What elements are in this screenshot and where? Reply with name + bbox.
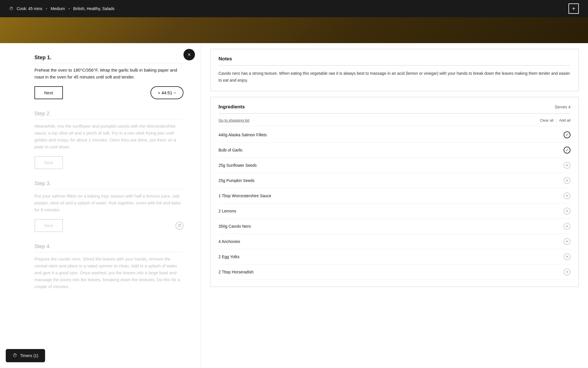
right-column: Notes Cavolo nero has a strong texture. …: [201, 43, 588, 368]
add-icon-3[interactable]: +: [564, 177, 570, 184]
step-4-block: Step 4. Prepare the cavolo nero. Shred t…: [34, 244, 183, 290]
step-2-text: Meanwhile, mix the sunflower and pumpkin…: [34, 123, 183, 150]
ingredients-title: Ingredients: [218, 104, 245, 110]
step-3-timer-icon[interactable]: ⏱: [175, 222, 183, 230]
step-1-timer-button[interactable]: + 44:51 −: [150, 86, 183, 99]
step-3-next-button[interactable]: Next: [34, 219, 63, 232]
step-3-actions: Next ⏱: [34, 219, 183, 232]
ingredient-row-3: 25g Pumpkin Seeds+: [218, 173, 570, 188]
meta-divider: |: [556, 118, 557, 122]
ingredients-list: 440g Alaska Salmon Fillets✓Bulb of Garli…: [218, 127, 570, 280]
step-2-actions: Next: [34, 156, 183, 169]
ingredient-row-0: 440g Alaska Salmon Fillets✓: [218, 127, 570, 143]
main-layout: × Step 1. Preheat the oven to 180°C/356°…: [0, 43, 588, 368]
hero-image-placeholder: [0, 17, 588, 43]
ingredients-box: Ingredients Serves 4 Go to shopping list…: [210, 97, 579, 287]
add-icon-5[interactable]: +: [564, 208, 570, 214]
add-icon-2[interactable]: +: [564, 162, 570, 169]
ingredient-row-5: 2 Lemons+: [218, 204, 570, 219]
ingredient-row-4: 1 Tbsp Worcestershire Sauce+: [218, 188, 570, 204]
cook-time: Cook: 45 mins: [17, 6, 42, 11]
clock-icon: ⏱: [9, 6, 13, 11]
step-1-actions: Next + 44:51 −: [34, 86, 183, 99]
shopping-list-link[interactable]: Go to shopping list: [218, 118, 249, 122]
notes-text: Cavolo nero has a strong texture. When e…: [218, 70, 570, 84]
notes-title: Notes: [218, 56, 570, 66]
check-icon-0[interactable]: ✓: [564, 131, 570, 138]
header-meta: ⏱ Cook: 45 mins • Medium • British, Heal…: [9, 6, 115, 11]
add-icon-6[interactable]: +: [564, 223, 570, 230]
ingredient-row-7: 4 Anchovies+: [218, 234, 570, 249]
check-icon-1[interactable]: ✓: [564, 147, 570, 154]
step-1-text: Preheat the oven to 180°C/356°F. Wrap th…: [34, 67, 183, 80]
step-2-title: Step 2.: [34, 111, 183, 119]
step-1-next-button[interactable]: Next: [34, 86, 63, 99]
ingredient-row-6: 350g Cavolo Nero+: [218, 219, 570, 234]
ingredient-row-2: 25g Sunflower Seeds+: [218, 158, 570, 173]
ingredient-name-2: 25g Sunflower Seeds: [218, 163, 257, 168]
step-1-block: Step 1. Preheat the oven to 180°C/356°F.…: [34, 55, 183, 99]
ingredient-row-8: 2 Egg Yolks+: [218, 249, 570, 264]
step-4-text: Prepare the cavolo nero. Shred the leave…: [34, 256, 183, 290]
ingredient-row-1: Bulb of Garlic✓: [218, 143, 570, 158]
ingredient-row-9: 2 Tbsp Horseradish+: [218, 264, 570, 280]
close-button[interactable]: ×: [183, 49, 195, 60]
ingredient-name-6: 350g Cavolo Nero: [218, 224, 251, 229]
timers-bar[interactable]: ⏱ Timers (1): [6, 349, 45, 362]
ingredients-meta-actions: Clear all | Add all: [540, 118, 570, 122]
dot-separator2: •: [68, 6, 70, 11]
ingredient-name-1: Bulb of Garlic: [218, 148, 243, 152]
ingredient-name-3: 25g Pumpkin Seeds: [218, 178, 254, 183]
step-3-title: Step 3.: [34, 181, 183, 189]
add-button[interactable]: +: [568, 3, 579, 14]
ingredient-name-9: 2 Tbsp Horseradish: [218, 270, 254, 274]
ingredient-name-8: 2 Egg Yolks: [218, 254, 239, 259]
steps-column: × Step 1. Preheat the oven to 180°C/356°…: [0, 43, 201, 368]
step-2-next-button[interactable]: Next: [34, 156, 63, 169]
ingredient-name-4: 1 Tbsp Worcestershire Sauce: [218, 193, 271, 198]
difficulty: Medium: [51, 6, 65, 11]
step-3-block: Step 3. Put your salmon fillets on a bak…: [34, 181, 183, 232]
clear-all-button[interactable]: Clear all: [540, 118, 554, 122]
timers-clock-icon: ⏱: [13, 353, 17, 358]
ingredient-name-7: 4 Anchovies: [218, 239, 240, 244]
step-1-title: Step 1.: [34, 55, 183, 63]
add-icon-8[interactable]: +: [564, 253, 570, 260]
step-3-text: Put your salmon fillets on a baking tray…: [34, 193, 183, 213]
notes-box: Notes Cavolo nero has a strong texture. …: [210, 49, 579, 91]
dot-separator: •: [46, 6, 47, 11]
ingredient-name-5: 2 Lemons: [218, 209, 236, 213]
add-icon-4[interactable]: +: [564, 192, 570, 199]
timers-label: Timers (1): [20, 353, 38, 358]
ingredients-header: Ingredients Serves 4: [218, 104, 570, 114]
serves-label: Serves 4: [555, 105, 570, 109]
ingredients-actions: Go to shopping list Clear all | Add all: [218, 115, 570, 126]
tags: British, Healthy, Salads: [73, 6, 115, 11]
add-icon-7[interactable]: +: [564, 238, 570, 245]
ingredient-name-0: 440g Alaska Salmon Fillets: [218, 133, 267, 137]
step-4-title: Step 4.: [34, 244, 183, 252]
step-2-block: Step 2. Meanwhile, mix the sunflower and…: [34, 111, 183, 169]
add-all-button[interactable]: Add all: [559, 118, 570, 122]
add-icon-9[interactable]: +: [564, 269, 570, 275]
recipe-header: ⏱ Cook: 45 mins • Medium • British, Heal…: [0, 0, 588, 17]
hero-image: [0, 17, 588, 43]
